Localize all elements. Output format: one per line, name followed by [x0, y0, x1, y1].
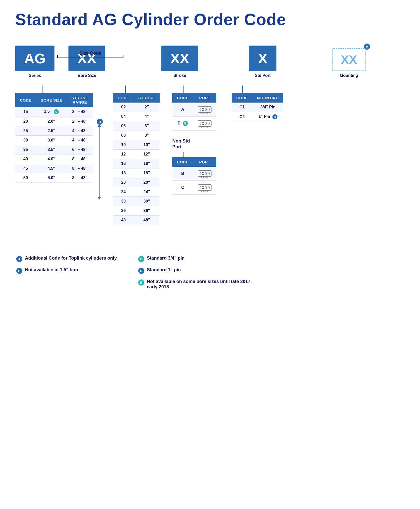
- stroke-row-code: 04: [113, 112, 134, 121]
- svg-point-17: [203, 186, 206, 189]
- bore-table-section: CODE BORE SIZE STROKERANGE 151.5″ C2″ – …: [15, 86, 93, 183]
- size-code-label: Size Code: [79, 51, 101, 56]
- note-item: C Standard 3/4" pin: [137, 256, 259, 262]
- stdport-code-box: X: [249, 46, 276, 71]
- nsport-row-code: B: [172, 167, 193, 181]
- stroke-row-code: 08: [113, 131, 134, 140]
- note-badge: B: [16, 268, 22, 274]
- notes-left: A Additional Code for Toplink cylinders …: [15, 256, 117, 290]
- mounting-section: CODE MOUNTING C13/4" PinC21" Pin B: [232, 86, 283, 122]
- stroke-row-value: 20″: [134, 178, 160, 187]
- non-std-port-section: Non StdPort CODE PORT B B Ports C: [172, 138, 216, 195]
- stroke-row-value: 18″: [134, 168, 160, 178]
- svg-point-18: [206, 186, 209, 189]
- bore-row-stroke: 8″ – 48″: [67, 164, 93, 173]
- notes-right: C Standard 3/4" pinD Standard 1" pinE No…: [137, 256, 259, 290]
- bore-row-size: 3.5″: [36, 145, 67, 154]
- stroke-row-value: 30″: [134, 197, 160, 206]
- bore-row-stroke: 2″ – 48″: [67, 107, 93, 117]
- diagram-container: Size Code AG Series XX Bore Size: [15, 46, 405, 290]
- stroke-table-section: CODE STROKE 02 2″04 4″06 6″08 8″10 10″12…: [113, 86, 160, 225]
- notes-section: A Additional Code for Toplink cylinders …: [15, 256, 405, 290]
- note-item: A Additional Code for Toplink cylinders …: [15, 256, 117, 262]
- bore-row-size: 3.0″: [36, 136, 67, 145]
- note-text: Not available in 1.5" bore: [25, 267, 80, 273]
- stroke-row-code: 06: [113, 121, 134, 131]
- stroke-row-value: 10″: [134, 140, 160, 150]
- mount-col-code: CODE: [232, 93, 252, 103]
- svg-text:C Ports: C Ports: [201, 190, 208, 192]
- bore-col-stroke: STROKERANGE: [67, 93, 93, 107]
- svg-point-13: [206, 172, 209, 175]
- mounting-code-label: Mounting: [340, 73, 358, 78]
- stroke-row-value: 12″: [134, 150, 160, 159]
- series-label: Series: [29, 73, 41, 78]
- bore-col-code: CODE: [15, 93, 36, 107]
- bore-code-label: Bore Size: [78, 73, 96, 78]
- stroke-row-code: 48: [113, 216, 134, 225]
- svg-point-16: [200, 186, 203, 189]
- mount-col-mounting: MOUNTING: [253, 93, 284, 103]
- bore-row-code: 50: [15, 173, 36, 183]
- svg-point-3: [206, 108, 209, 111]
- stroke-row-value: 8″: [134, 131, 160, 140]
- bore-row-size: 2.5″: [36, 126, 67, 136]
- mount-row-value: 3/4" Pin: [253, 103, 284, 112]
- stroke-table: CODE STROKE 02 2″04 4″06 6″08 8″10 10″12…: [113, 93, 160, 225]
- bore-row-stroke: 6″ – 48″: [67, 145, 93, 154]
- bore-row-size: 4.0″: [36, 154, 67, 164]
- bore-table: CODE BORE SIZE STROKERANGE 151.5″ C2″ – …: [15, 93, 93, 183]
- nsport-row-port: C Ports: [193, 180, 216, 194]
- svg-point-6: [200, 122, 203, 125]
- note-badge: C: [138, 256, 144, 262]
- std-port-section: CODE PORT A A Ports D E D Ports: [172, 86, 216, 131]
- sport-row-code: A: [172, 103, 193, 117]
- stroke-row-code: 10: [113, 140, 134, 150]
- bore-row-code: 15: [15, 107, 36, 117]
- stroke-row-value: 4″: [134, 112, 160, 121]
- bore-row-code: 40: [15, 154, 36, 164]
- sport-row-port: A Ports: [193, 103, 216, 117]
- svg-point-11: [200, 172, 203, 175]
- non-std-label: Non StdPort: [172, 138, 216, 150]
- badge-e: E: [183, 121, 188, 126]
- svg-text:A Ports: A Ports: [201, 112, 208, 114]
- stroke-row-code: 12: [113, 150, 134, 159]
- svg-point-12: [203, 172, 206, 175]
- bore-row-code: 20: [15, 117, 36, 126]
- note-text: Not available on some bore sizes until l…: [147, 279, 259, 290]
- stroke-row-value: 48″: [134, 216, 160, 225]
- sport-col-port: PORT: [193, 93, 216, 103]
- stroke-row-value: 2″: [134, 103, 160, 112]
- note-item: D Standard 1" pin: [137, 267, 259, 274]
- std-port-table: CODE PORT A A Ports D E D Ports: [172, 93, 216, 131]
- bore-row-code: 30: [15, 136, 36, 145]
- sport-row-code: D E: [172, 117, 193, 131]
- svg-text:B Ports: B Ports: [201, 176, 208, 178]
- mounting-code-section: A XX Mounting: [332, 48, 366, 78]
- badge-d: D: [97, 119, 103, 125]
- nsport-row-code: C: [172, 180, 193, 194]
- sport-row-port: D Ports: [193, 117, 216, 131]
- nsport-col-code: CODE: [172, 157, 193, 167]
- bore-code-box: XX: [68, 46, 105, 71]
- stroke-row-value: 36″: [134, 206, 160, 216]
- mount-row-value: 1" Pin B: [253, 112, 284, 122]
- svg-point-7: [203, 122, 206, 125]
- note-badge: E: [138, 279, 144, 286]
- badge-c: C: [54, 109, 59, 114]
- bore-row-stroke: 2″ – 48″: [67, 117, 93, 126]
- nsport-col-port: PORT: [193, 157, 216, 167]
- note-item: E Not available on some bore sizes until…: [137, 279, 259, 290]
- bore-row-stroke: 8″ – 48″: [67, 154, 93, 164]
- note-badge: D: [138, 268, 144, 274]
- note-badge: A: [16, 256, 22, 262]
- bore-row-size: 1.5″ C: [36, 107, 67, 117]
- badge-a-top: A: [364, 44, 370, 50]
- note-text: Standard 3/4" pin: [147, 256, 185, 261]
- note-item: B Not available in 1.5" bore: [15, 267, 117, 274]
- stroke-row-code: 16: [113, 159, 134, 168]
- series-box: AG: [15, 46, 54, 71]
- note-text: Additional Code for Toplink cylinders on…: [25, 256, 117, 261]
- stroke-row-value: 6″: [134, 121, 160, 131]
